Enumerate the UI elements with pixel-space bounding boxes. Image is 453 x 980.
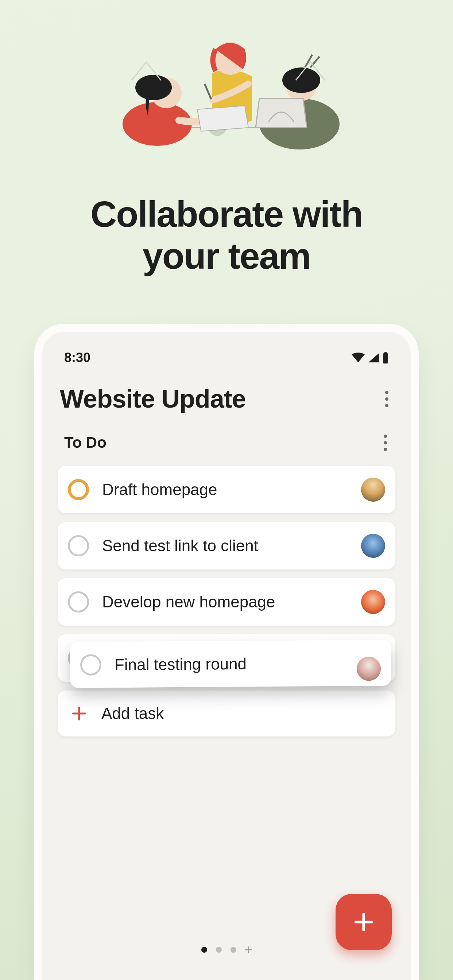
status-time: 8:30 bbox=[64, 350, 91, 365]
svg-rect-16 bbox=[384, 352, 387, 354]
section-more-icon[interactable] bbox=[379, 433, 392, 453]
svg-point-11 bbox=[282, 67, 320, 93]
assignee-avatar[interactable] bbox=[361, 534, 385, 558]
task-checkbox[interactable] bbox=[80, 654, 101, 675]
headline-line-1: Collaborate with bbox=[91, 194, 362, 234]
section-header: To Do bbox=[57, 433, 396, 453]
status-icons bbox=[351, 352, 389, 363]
page-indicator bbox=[201, 947, 252, 953]
battery-icon bbox=[382, 352, 389, 363]
task-title: Develop new homepage bbox=[102, 593, 361, 611]
task-card[interactable]: Draft homepage bbox=[57, 466, 396, 513]
task-checkbox[interactable] bbox=[68, 535, 89, 556]
add-fab[interactable] bbox=[335, 894, 392, 950]
task-title: Draft homepage bbox=[102, 480, 361, 499]
task-list: Draft homepageSend test link to clientDe… bbox=[57, 466, 396, 737]
svg-marker-14 bbox=[256, 99, 307, 127]
page-dot[interactable] bbox=[201, 947, 207, 953]
assignee-avatar[interactable] bbox=[361, 477, 385, 502]
add-task-label: Add task bbox=[101, 705, 164, 722]
task-checkbox[interactable] bbox=[68, 591, 89, 612]
headline-line-2: your team bbox=[143, 235, 310, 276]
wifi-icon bbox=[351, 352, 365, 363]
page-dot[interactable] bbox=[216, 947, 222, 953]
svg-marker-8 bbox=[197, 106, 248, 131]
hero-illustration bbox=[102, 37, 351, 157]
svg-point-3 bbox=[135, 75, 172, 100]
status-bar: 8:30 bbox=[57, 348, 396, 367]
task-title: Send test link to client bbox=[102, 537, 361, 555]
cellular-icon bbox=[368, 352, 380, 363]
assignee-avatar[interactable] bbox=[361, 590, 385, 614]
section-title: To Do bbox=[64, 434, 107, 451]
task-checkbox[interactable] bbox=[68, 479, 89, 500]
plus-icon bbox=[72, 706, 86, 721]
marketing-headline: Collaborate with your team bbox=[0, 193, 453, 277]
add-section-dot[interactable] bbox=[245, 947, 252, 953]
project-header: Website Update bbox=[57, 384, 396, 414]
task-title: Final testing round bbox=[115, 654, 357, 674]
plus-icon bbox=[354, 913, 373, 931]
svg-line-7 bbox=[205, 84, 211, 99]
task-card-dragging[interactable]: Final testing round bbox=[70, 640, 391, 688]
project-title: Website Update bbox=[60, 384, 246, 414]
svg-rect-15 bbox=[383, 353, 388, 363]
page-dot[interactable] bbox=[231, 947, 236, 953]
task-card[interactable]: Send test link to client bbox=[57, 522, 396, 570]
project-more-icon[interactable] bbox=[380, 389, 393, 409]
add-task-button[interactable]: Add task bbox=[57, 690, 396, 737]
svg-line-12 bbox=[310, 57, 319, 67]
assignee-avatar[interactable] bbox=[357, 657, 381, 681]
task-card[interactable]: Develop new homepage bbox=[57, 578, 396, 625]
phone-frame: 8:30 Website Update To Do Draft homepage… bbox=[42, 332, 411, 980]
